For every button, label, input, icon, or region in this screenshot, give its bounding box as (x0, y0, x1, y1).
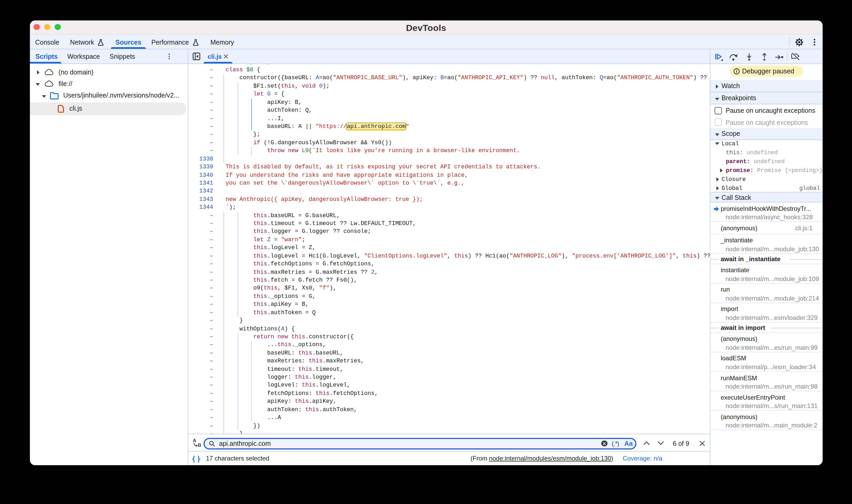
svg-text:B: B (198, 443, 201, 447)
svg-text:A: A (193, 438, 196, 443)
